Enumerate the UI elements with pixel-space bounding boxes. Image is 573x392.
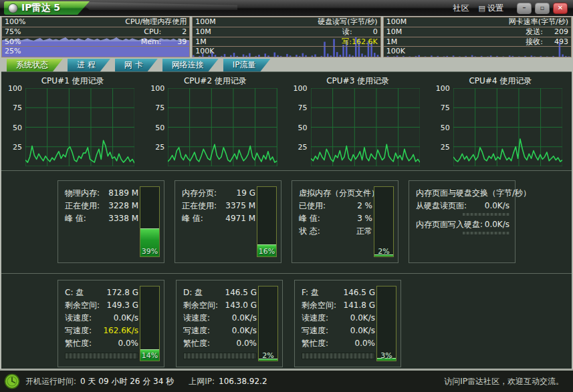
cpu1-yaxis: 100 75 50 25 bbox=[1, 88, 25, 166]
cpu-charts-row: CPU#1 使用记录 100 75 50 25 CPU#2 使用记录 100 7… bbox=[1, 72, 572, 171]
clock-icon bbox=[4, 373, 20, 389]
app-banner: IP雷达 5 bbox=[4, 1, 90, 15]
maximize-button[interactable]: ▫ bbox=[535, 3, 550, 14]
ytick: 100K bbox=[386, 47, 405, 56]
ytick: 25% bbox=[5, 47, 21, 56]
physical-memory-gauge: 39% bbox=[140, 186, 160, 257]
stat-value: 39 bbox=[161, 37, 187, 46]
ip-group: 上网IP: 106.38.92.2 bbox=[189, 376, 267, 387]
gauge-percent: 16% bbox=[257, 247, 276, 256]
stat-label: 发送: bbox=[526, 27, 543, 37]
stat-label: 接收: bbox=[526, 37, 543, 47]
cpu4-plot bbox=[453, 88, 562, 166]
top-graphs-row: 100% CPU/物理内存使用 75% CPU: 2 50% Mem: 39 2… bbox=[1, 17, 572, 57]
ytick: 10M bbox=[195, 27, 211, 37]
stat-label: CPU: bbox=[144, 27, 161, 36]
ytick: 100M bbox=[386, 17, 407, 27]
disk-f-busy-bar bbox=[302, 353, 375, 359]
app-title: IP雷达 5 bbox=[21, 2, 60, 14]
cpu2-chart-title: CPU#2 使用记录 bbox=[144, 75, 286, 87]
tab-processes[interactable]: 进 程 bbox=[68, 59, 110, 71]
uptime-label: 开机运行时间: bbox=[25, 376, 76, 387]
ytick: 100M bbox=[195, 17, 216, 27]
main-content: CPU#1 使用记录 100 75 50 25 CPU#2 使用记录 100 7… bbox=[1, 71, 572, 369]
settings-link[interactable]: ▤设置 bbox=[479, 3, 503, 14]
tab-ip-traffic[interactable]: IP流量 bbox=[223, 59, 271, 71]
stat-value: 493 bbox=[543, 37, 568, 46]
uptime-group: 开机运行时间: 0 天 09 小时 26 分 34 秒 bbox=[25, 376, 174, 387]
panel-title: 内存页面与硬盘交换（字节/秒） bbox=[416, 187, 509, 200]
memory-paging-panel: 内存分页:19 G 正在使用:3375 M 峰 值:4971 M 16% bbox=[175, 180, 281, 263]
disk-c-busy-bar bbox=[65, 353, 138, 359]
disk-minigraph: 100M 硬盘读写(字节/秒) 10M 读: 0 1M 写: 162.6K 10… bbox=[192, 17, 380, 57]
cpu2-plot bbox=[168, 88, 277, 166]
physical-memory-panel: 物理内存:8189 M 正在使用:3228 M 峰 值:3338 M 39% bbox=[58, 180, 164, 263]
gauge-percent: 2% bbox=[259, 351, 277, 360]
memory-panels-row: 物理内存:8189 M 正在使用:3228 M 峰 值:3338 M 39% 内… bbox=[1, 171, 572, 274]
gauge-percent: 39% bbox=[140, 247, 159, 256]
ytick: 100K bbox=[195, 47, 214, 56]
community-link[interactable]: 社区 bbox=[453, 3, 469, 14]
settings-label: 设置 bbox=[487, 3, 503, 14]
stat-value: 162.6K bbox=[352, 37, 378, 46]
status-bar: 开机运行时间: 0 天 09 小时 26 分 34 秒 上网IP: 106.38… bbox=[0, 369, 573, 392]
minigraph-title: 网卡速率(字节/秒) bbox=[509, 17, 568, 27]
banner-streak bbox=[80, 2, 237, 10]
ytick: 10M bbox=[386, 27, 403, 37]
settings-icon: ▤ bbox=[479, 4, 485, 13]
minigraph-title: 硬盘读写(字节/秒) bbox=[318, 17, 377, 27]
disk-d-gauge: 2% bbox=[258, 286, 278, 361]
disk-f-panel: F: 盘146.5 G 剩余空间:141.8 G 读速度:0.0K/s 写速度:… bbox=[294, 280, 401, 367]
tab-network-card[interactable]: 网 卡 bbox=[115, 59, 158, 71]
ytick: 50% bbox=[5, 37, 21, 47]
cpu4-chart-title: CPU#4 使用记录 bbox=[429, 75, 572, 87]
cpu1-chart: CPU#1 使用记录 100 75 50 25 bbox=[1, 72, 144, 170]
cpu4-yaxis: 100 75 50 25 bbox=[429, 88, 453, 166]
disk-panels-row: C: 盘172.8 G 剩余空间:149.3 G 读速度:0.0K/s 写速度:… bbox=[1, 274, 572, 367]
disk-d-panel: D: 盘146.5 G 剩余空间:143.0 G 读速度:0.0K/s 写速度:… bbox=[176, 280, 283, 367]
community-message[interactable]: 访问IP雷达社区，欢迎互动交流。 bbox=[444, 376, 564, 387]
stat-label: 读: bbox=[342, 27, 352, 37]
stat-label: 写: bbox=[342, 37, 352, 47]
stat-value: 0 bbox=[352, 27, 378, 36]
minimize-button[interactable]: – bbox=[517, 3, 532, 14]
page-swap-panel: 内存页面与硬盘交换（字节/秒） 从硬盘读页面:0.0K/s 内存页面写入硬盘:0… bbox=[409, 180, 515, 263]
stat-label: Mem: bbox=[141, 37, 162, 46]
cpu1-plot bbox=[25, 88, 134, 166]
gauge-percent: 2% bbox=[374, 247, 393, 256]
ytick: 1M bbox=[195, 37, 207, 47]
page-write-bar bbox=[463, 232, 509, 234]
tab-system-status[interactable]: 系统状态 bbox=[7, 59, 63, 71]
cpu4-chart: CPU#4 使用记录 100 75 50 25 bbox=[429, 72, 572, 170]
ip-value: 106.38.92.2 bbox=[219, 377, 267, 386]
cpu3-plot bbox=[311, 88, 420, 166]
stat-value: 209 bbox=[543, 27, 568, 36]
minigraph-title: CPU/物理内存使用 bbox=[125, 17, 187, 27]
close-button[interactable]: ✕ bbox=[553, 3, 568, 14]
net-minigraph: 100M 网卡速率(字节/秒) 10M 发送: 209 1M 接收: 493 1… bbox=[383, 17, 572, 57]
cpu3-chart-title: CPU#3 使用记录 bbox=[287, 75, 429, 87]
cpu3-yaxis: 100 75 50 25 bbox=[287, 88, 311, 166]
ytick: 75% bbox=[5, 27, 21, 37]
virtual-memory-panel: 虚拟内存（分页文件） 已使用:2 % 峰 值:3 % 状 态:正常 2% bbox=[292, 180, 398, 263]
disk-c-gauge: 14% bbox=[140, 286, 160, 361]
cpu1-chart-title: CPU#1 使用记录 bbox=[1, 75, 144, 87]
app-window: { "window": { "title": "IP雷达 5" }, "titl… bbox=[0, 0, 573, 392]
tab-bar: 系统状态 进 程 网 卡 网络连接 IP流量 bbox=[1, 59, 572, 71]
gauge-percent: 14% bbox=[140, 351, 159, 360]
panel-title: 虚拟内存（分页文件） bbox=[299, 187, 372, 200]
cpu2-chart: CPU#2 使用记录 100 75 50 25 bbox=[144, 72, 286, 170]
page-read-bar bbox=[463, 213, 509, 216]
virtual-memory-gauge: 2% bbox=[374, 186, 394, 257]
title-bar: IP雷达 5 社区 ▤设置 – ▫ ✕ bbox=[0, 0, 573, 16]
cpu2-yaxis: 100 75 50 25 bbox=[144, 88, 168, 166]
ip-label: 上网IP: bbox=[189, 376, 215, 387]
app-logo-icon bbox=[8, 3, 18, 13]
tab-network-connections[interactable]: 网络连接 bbox=[162, 59, 219, 71]
stat-value: 2 bbox=[161, 27, 187, 36]
disk-f-gauge: 3% bbox=[376, 286, 396, 361]
memory-paging-gauge: 16% bbox=[257, 186, 277, 257]
disk-c-panel: C: 盘172.8 G 剩余空间:149.3 G 读速度:0.0K/s 写速度:… bbox=[58, 280, 164, 367]
cpu3-chart: CPU#3 使用记录 100 75 50 25 bbox=[287, 72, 429, 170]
cpu-mem-minigraph: 100% CPU/物理内存使用 75% CPU: 2 50% Mem: 39 2… bbox=[1, 17, 190, 57]
